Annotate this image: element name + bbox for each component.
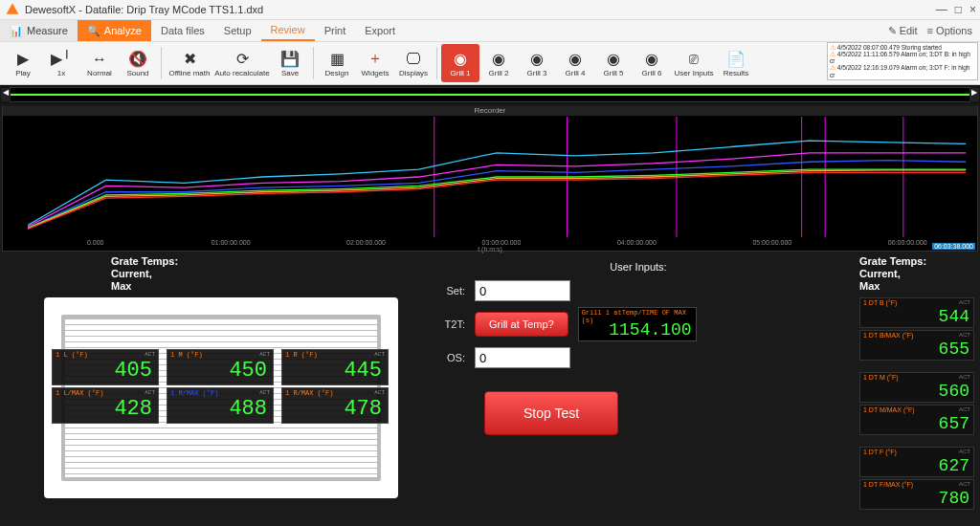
tab-print[interactable]: Print: [315, 20, 356, 41]
timeline-wave: [11, 94, 969, 96]
tab-review[interactable]: Review: [261, 20, 315, 41]
window-title: DewesoftX - Datafile: Drip Tray MCode TT…: [25, 4, 263, 15]
set-label: Set:: [427, 285, 465, 296]
tab-measure[interactable]: 📊Measure: [0, 20, 78, 41]
grill5-tab[interactable]: ◉Grill 5: [594, 44, 633, 82]
event-log[interactable]: 4/5/2022 08:07:00.479 Storing started 4/…: [827, 42, 978, 80]
recalc-icon: ⟳: [236, 50, 249, 69]
side-m: 1 DT M (°F)ACT560: [859, 372, 974, 403]
act: ACT: [145, 389, 155, 396]
maximize-button[interactable]: □: [955, 3, 962, 16]
lbl: 1 L (°F): [56, 351, 88, 359]
sound-label: Sound: [126, 69, 148, 77]
stop-test-button[interactable]: Stop Test: [484, 391, 618, 435]
tab-analyze[interactable]: 🔍Analyze: [78, 20, 151, 41]
app-logo: [4, 1, 21, 18]
act: ACT: [959, 449, 970, 454]
val: 544: [939, 307, 969, 326]
separator: [436, 47, 437, 79]
side-fmax: 1 DT F/MAX (°F)ACT780: [859, 479, 974, 510]
set-input[interactable]: [475, 280, 570, 301]
val: 478: [344, 397, 382, 421]
xtick: 01:00:00.000: [163, 239, 298, 251]
normal-button[interactable]: ↔Normal: [80, 44, 119, 82]
offline-math-button[interactable]: ✖Offline math: [166, 44, 213, 82]
x-axis-label: t (h:m:s): [478, 246, 502, 252]
log-line: 4/5/2022 12:16:19.079 Alarm on; 3:DT F: …: [830, 64, 975, 77]
t2t-readout: Grill 1 atTemp/TIME OF MAX (s) 1154.100: [578, 307, 697, 341]
grill-icon: ◉: [492, 50, 505, 69]
grill-at-temp-button[interactable]: Grill at Temp?: [475, 312, 568, 337]
widgets-button[interactable]: ＋Widgets: [356, 44, 394, 82]
grill4-tab[interactable]: ◉Grill 4: [556, 44, 594, 82]
t2t-label: T2T:: [427, 318, 465, 330]
options-label: Options: [936, 25, 972, 36]
recorder-chart[interactable]: Recorder 0.000 01:00:00.000 02:00:00.000…: [2, 106, 978, 252]
design-button[interactable]: ▦Design: [318, 44, 356, 82]
xtick: 0.000: [28, 239, 163, 251]
speed-icon: ▶╵: [51, 50, 72, 69]
widgets-label: Widgets: [362, 69, 390, 77]
grill-graphic: 1 L (°F)ACT405 1 M (°F)ACT450 1 R (°F)AC…: [44, 297, 398, 498]
play-button[interactable]: ▶Play: [4, 44, 42, 82]
options-button[interactable]: ≡ Options: [927, 25, 972, 36]
val: 488: [229, 397, 267, 421]
os-label: OS:: [427, 352, 465, 363]
speed-button[interactable]: ▶╵1x: [42, 44, 80, 82]
tab-measure-label: Measure: [27, 25, 68, 36]
val: 405: [114, 359, 152, 383]
edit-label: Edit: [900, 25, 918, 36]
results-icon: 📄: [726, 50, 746, 69]
userinputs-tab[interactable]: ⎚User Inputs: [671, 44, 717, 82]
grill2-tab[interactable]: ◉Grill 2: [479, 44, 518, 82]
lbl: 1 L/MAX (°F): [56, 389, 103, 397]
grate-lmax: 1 L/MAX (°F)ACT428: [52, 387, 159, 424]
val: 627: [939, 456, 969, 475]
lbl: 1 DT F/MAX (°F): [863, 481, 913, 488]
grill1-tab[interactable]: ◉Grill 1: [441, 44, 479, 82]
timeline-right-handle[interactable]: ▶: [969, 88, 979, 101]
separator: [161, 47, 162, 79]
act: ACT: [959, 374, 970, 380]
side-bmax: 1 DT B/MAX (°F)ACT655: [859, 330, 974, 361]
act: ACT: [959, 299, 970, 305]
grill3-tab[interactable]: ◉Grill 3: [518, 44, 556, 82]
edit-button[interactable]: ✎ Edit: [888, 25, 918, 37]
act: ACT: [259, 389, 270, 396]
lbl: 1 M (°F): [170, 351, 203, 359]
lbl: 1 DT F (°F): [863, 449, 897, 455]
act: ACT: [145, 351, 155, 358]
log-line: 4/5/2022 08:07:00.479 Storing started: [830, 44, 975, 51]
tab-export[interactable]: Export: [355, 20, 405, 41]
y-axis: [3, 117, 26, 237]
tab-datafiles[interactable]: Data files: [151, 20, 214, 41]
displays-button[interactable]: 🖵Displays: [394, 44, 433, 82]
overview-timeline[interactable]: ◀ ▶: [10, 87, 970, 102]
timeline-left-handle[interactable]: ◀: [1, 88, 11, 101]
chart-canvas[interactable]: [28, 117, 975, 237]
minimize-button[interactable]: —: [936, 3, 947, 16]
grate-mmax: 1 M/MAX (°F)ACT488: [167, 387, 274, 424]
results-tab[interactable]: 📄Results: [717, 44, 755, 82]
inputs-title: User Inputs:: [427, 261, 850, 273]
lbl: 1 DT B (°F): [863, 299, 897, 306]
tab-setup[interactable]: Setup: [214, 20, 261, 41]
gear-icon: ≡: [927, 25, 936, 36]
lbl: 1 M/MAX (°F): [170, 389, 218, 397]
displays-icon: 🖵: [406, 50, 421, 69]
auto-recalc-button[interactable]: ⟳Auto recalculate: [213, 44, 271, 82]
side-mmax: 1 DT M/MAX (°F)ACT657: [859, 405, 974, 435]
save-button[interactable]: 💾Save: [271, 44, 309, 82]
sound-button[interactable]: 🔇Sound: [119, 44, 157, 82]
displays-label: Displays: [399, 69, 428, 77]
lbl: 1 DT M/MAX (°F): [863, 406, 915, 413]
save-label: Save: [281, 69, 299, 77]
sound-icon: 🔇: [128, 50, 147, 69]
grill6-label: Grill 6: [642, 69, 662, 77]
os-input[interactable]: [475, 347, 570, 368]
normal-icon: ↔: [92, 50, 107, 69]
close-button[interactable]: ×: [969, 3, 976, 16]
results-label: Results: [724, 69, 749, 77]
grill6-tab[interactable]: ◉Grill 6: [633, 44, 671, 82]
act: ACT: [959, 406, 970, 412]
